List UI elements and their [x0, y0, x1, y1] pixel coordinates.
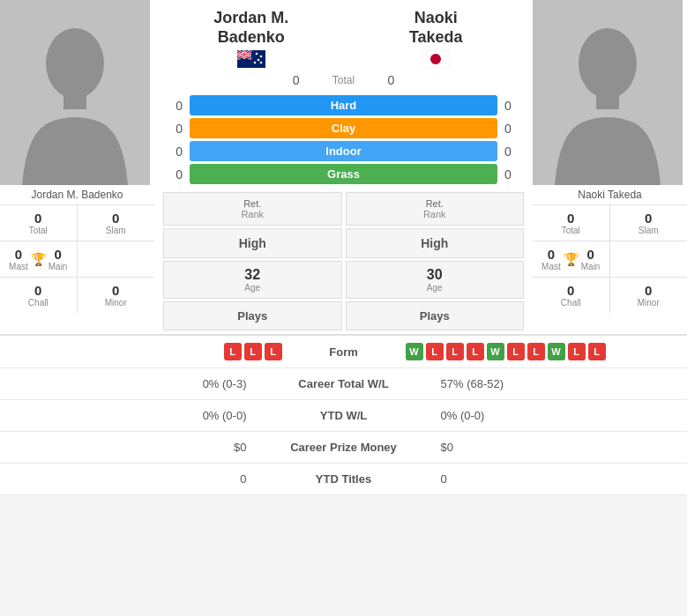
p2-name-center: NaokiTakeda [344, 9, 529, 68]
p2-side-info: Ret. Rank High 30 Age Plays [346, 192, 525, 330]
surf-row-hard: 0 Hard 0 [163, 95, 524, 115]
p2-form-badge-item: L [588, 343, 606, 360]
p1-hard-score2: 0 [163, 99, 190, 113]
svg-point-38 [253, 62, 256, 64]
p2-jp-flag [422, 50, 450, 68]
p2-form-badge-item: L [467, 343, 484, 360]
p2-plays-box: Plays [346, 301, 525, 330]
bottom-row-1: 0% (0-0) YTD W/L 0% (0-0) [0, 400, 687, 432]
bottom-row-0: 0% (0-3) Career Total W/L 57% (68-52) [0, 368, 687, 400]
surface-section: 0 Hard 0 0 Clay 0 0 Indoor 0 0 Grass 0 [154, 91, 533, 189]
p1-total: 0 Total [0, 205, 78, 241]
surf-row-indoor: 0 Indoor 0 [163, 141, 524, 161]
p2-minor: 0 Minor [610, 278, 688, 313]
clay-btn: Clay [190, 118, 497, 138]
p2-ret-rank-box: Ret. Rank [346, 192, 525, 226]
bottom-row-2: $0 Career Prize Money $0 [0, 432, 687, 464]
p2-stats: 0 Total 0 Slam 0 Mast 🏆 0 Main [533, 205, 687, 313]
grass-btn: Grass [190, 164, 497, 184]
p2-silhouette [533, 0, 683, 185]
p1-grass-score2: 0 [163, 167, 190, 182]
brow-0-p1: 0% (0-3) [14, 377, 265, 390]
p2-clay-score2: 0 [497, 122, 524, 136]
p2-form-badge-item: L [568, 343, 586, 360]
p1-form-badge-item: L [244, 343, 262, 360]
brow-0-p2: 57% (68-52) [423, 377, 674, 390]
brow-2-p2: $0 [423, 441, 674, 454]
p1-photo [0, 0, 150, 185]
p2-form-badge-item: W [406, 343, 423, 360]
total-center-label: Total [309, 74, 379, 86]
p1-high-box: High [163, 228, 342, 258]
form-section: LLL Form WLLLWLLWLL [0, 336, 687, 368]
p1-slam: 0 Slam [78, 205, 155, 241]
bottom-stats: LLL Form WLLLWLLWLL 0% (0-3) Career Tota… [0, 336, 687, 495]
bottom-stat-rows: 0% (0-3) Career Total W/L 57% (68-52) 0%… [0, 368, 687, 495]
p2-slam: 0 Slam [610, 205, 688, 241]
p1-total-val: 0 [2, 211, 75, 226]
side-info-section: Ret. Rank High 32 Age Plays [154, 189, 533, 334]
brow-2-p1: $0 [14, 441, 265, 454]
p1-side-info: Ret. Rank High 32 Age Plays [163, 192, 342, 330]
indoor-btn: Indoor [190, 141, 497, 161]
p2-form-badges: WLLLWLLWLL [388, 343, 674, 360]
p2-form-badge-item: L [527, 343, 545, 360]
brow-2-label: Career Prize Money [265, 441, 423, 454]
brow-1-p2: 0% (0-0) [423, 409, 674, 422]
svg-point-35 [255, 53, 258, 56]
svg-point-37 [257, 59, 259, 62]
p1-slam-lbl: Slam [79, 226, 153, 235]
p1-mast-main: 0 Mast 🏆 0 Main [0, 241, 78, 278]
p2-age-box: 30 Age [346, 261, 525, 299]
p1-slam-val: 0 [79, 211, 153, 226]
p1-name-under-photo: Jordan M. Badenko [0, 185, 154, 205]
brow-0-label: Career Total W/L [265, 377, 423, 390]
p1-chall: 0 Chall [0, 278, 78, 313]
p2-form-badge-item: W [548, 343, 565, 360]
p1-total-lbl: Total [2, 226, 75, 235]
p1-form-badge-item: L [265, 343, 282, 360]
p1-ret-rank-box: Ret. Rank [163, 192, 342, 226]
p1-stats: 0 Total 0 Slam 0 Mast 🏆 0 Main [0, 205, 154, 313]
p2-grass-score2: 0 [497, 167, 524, 182]
p2-name-under-photo: Naoki Takeda [533, 185, 687, 205]
p2-chall: 0 Chall [533, 278, 610, 313]
p1-total-score: 0 [163, 73, 309, 87]
svg-point-43 [579, 28, 637, 99]
p1-plays-box: Plays [163, 301, 342, 330]
p2-mast-main: 0 Mast 🏆 0 Main [533, 241, 610, 278]
surf-row-grass: 0 Grass 0 [163, 164, 524, 184]
brow-3-p2: 0 [423, 472, 674, 486]
p1-form-badge-item: L [224, 343, 242, 360]
total-row: 0 Total 0 [154, 70, 533, 91]
p1-au-flag [237, 50, 265, 68]
comparison-top: Jordan M. Badenko 0 Total 0 Slam 0 Mast … [0, 0, 687, 336]
center-comparison: Jordan M.Badenko [154, 0, 533, 334]
p2-high-box: High [346, 228, 525, 258]
svg-rect-25 [63, 93, 86, 109]
p1-name-center: Jordan M.Badenko [159, 9, 344, 68]
svg-rect-34 [237, 55, 251, 56]
form-label-2: Form [300, 345, 388, 359]
p1-age-box: 32 Age [163, 261, 342, 299]
p2-indoor-score2: 0 [497, 145, 524, 159]
svg-point-24 [46, 28, 104, 99]
brow-3-label: YTD Titles [265, 472, 423, 486]
brow-1-label: YTD W/L [265, 409, 423, 422]
p1-indoor-score2: 0 [163, 145, 190, 159]
p1-silhouette [0, 0, 150, 185]
names-row: Jordan M.Badenko [154, 0, 533, 70]
p1-left-panel: Jordan M. Badenko 0 Total 0 Slam 0 Mast … [0, 0, 154, 334]
svg-rect-44 [596, 93, 619, 109]
p2-right-panel: Naoki Takeda 0 Total 0 Slam 0 Mast 🏆 [533, 0, 687, 334]
surf-row-clay: 0 Clay 0 [163, 118, 524, 138]
p2-form-badge-item: W [487, 343, 504, 360]
brow-3-p1: 0 [14, 472, 265, 486]
p1-minor: 0 Minor [78, 278, 155, 313]
hard-btn: Hard [190, 95, 497, 115]
p2-photo [533, 0, 683, 185]
svg-point-41 [430, 54, 441, 64]
p2-form-badge-item: L [426, 343, 444, 360]
brow-1-p1: 0% (0-0) [14, 409, 265, 422]
svg-point-39 [259, 62, 262, 64]
